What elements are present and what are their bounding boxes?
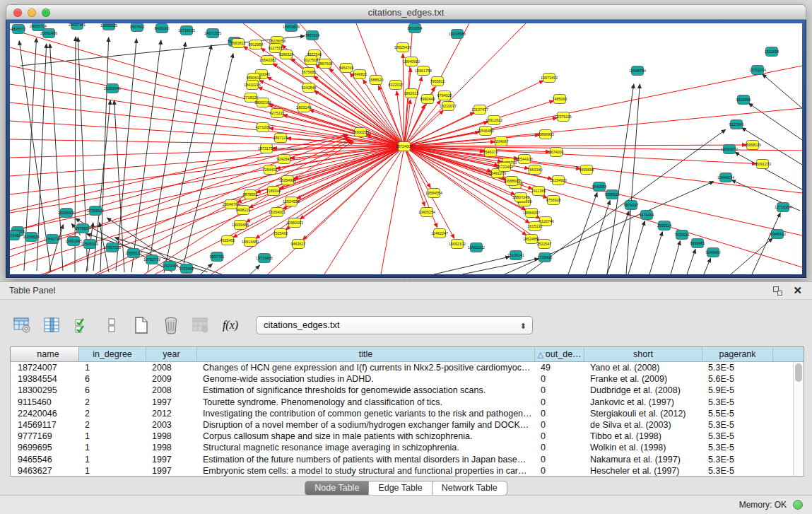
graph-node[interactable]: 16354999 (279, 176, 296, 185)
graph-node[interactable]: 9756928 (546, 196, 561, 205)
citation-edge-black[interactable] (586, 201, 610, 274)
graph-node[interactable]: 13716485 (256, 254, 273, 263)
hub-node[interactable]: 18724007 (396, 142, 413, 151)
tab-edge-table[interactable]: Edge Table (369, 481, 432, 496)
graph-node[interactable]: 2204067 (494, 137, 509, 146)
tab-node-table[interactable]: Node Table (305, 481, 369, 496)
citation-edge-red[interactable] (10, 84, 404, 146)
table-row[interactable]: 946362711997Embryonic stem cells: a mode… (11, 465, 804, 477)
graph-node[interactable]: 2935114 (657, 221, 672, 230)
graph-node[interactable]: 10655325 (100, 23, 117, 30)
graph-node[interactable]: 2803144 (297, 103, 312, 112)
graph-node[interactable]: 10958107 (125, 249, 142, 258)
graph-node[interactable]: 15720407 (496, 163, 513, 172)
graph-node[interactable]: 1805572 (11, 25, 26, 34)
graph-node[interactable]: 20206506 (58, 209, 75, 218)
column-header-in_degree[interactable]: in_degree (79, 347, 146, 361)
citation-edge-black[interactable] (78, 37, 88, 271)
citation-edge-red[interactable] (98, 146, 404, 274)
graph-node[interactable]: 8878552 (243, 190, 258, 199)
graph-node[interactable]: 6794028 (437, 91, 452, 100)
graph-node[interactable]: 12710354 (775, 203, 792, 212)
graph-node[interactable]: 1862615 (404, 89, 419, 98)
citation-edge-black[interactable] (462, 259, 539, 274)
citation-edge-red[interactable] (403, 54, 404, 146)
graph-node[interactable]: 21053346 (104, 84, 121, 93)
column-header-pagerank[interactable]: pagerank (702, 347, 773, 361)
graph-node[interactable]: 16092102 (449, 240, 466, 249)
graph-node[interactable]: 12444134 (717, 173, 734, 182)
graph-node[interactable]: 9474444 (640, 211, 654, 220)
graph-node[interactable]: 16053809 (283, 23, 300, 32)
graph-node[interactable]: 10107437 (471, 105, 488, 115)
graph-node[interactable]: 7189344 (266, 187, 281, 196)
table-row[interactable]: 969969511998Structural magnetic resonanc… (11, 442, 804, 453)
graph-node[interactable]: 10688609 (503, 177, 520, 186)
close-panel-icon[interactable]: ✕ (793, 284, 802, 297)
graph-node[interactable]: 9249450 (706, 248, 721, 257)
graph-node[interactable]: 9329966 (736, 95, 751, 105)
graph-node[interactable]: 8813054 (408, 24, 423, 33)
graph-node[interactable]: 6879197 (624, 201, 639, 210)
graph-node[interactable]: 3315481 (10, 231, 21, 240)
graph-node[interactable]: 2522547 (537, 240, 552, 249)
graph-node[interactable]: 1588520 (369, 76, 384, 85)
graph-node[interactable]: 10782739 (143, 255, 160, 264)
citation-edge-black[interactable] (687, 250, 695, 274)
scrollbar-thumb[interactable] (795, 363, 802, 382)
column-header-year[interactable]: year (146, 347, 197, 361)
citation-edge-black[interactable] (735, 152, 802, 189)
graph-node[interactable]: 14671355 (204, 29, 221, 38)
graph-node[interactable]: 11451945 (65, 237, 82, 246)
table-row[interactable]: 1456911722003Disruption of a novel membe… (11, 419, 804, 431)
graph-node[interactable]: 9242844 (302, 83, 317, 93)
float-panel-icon[interactable] (773, 286, 782, 296)
graph-node[interactable]: 7857224 (305, 31, 320, 40)
graph-node[interactable]: 16354001 (269, 208, 286, 217)
graph-node[interactable]: 9327508 (304, 56, 319, 65)
graph-node[interactable]: 9646821 (353, 70, 367, 79)
table-row[interactable]: 977716911998Corpus callosum shape and si… (11, 431, 804, 442)
table-row[interactable]: 2242004622012Investigating the contribut… (11, 408, 804, 419)
graph-node[interactable]: 9498222 (236, 206, 251, 215)
citation-edge-red[interactable] (404, 66, 802, 146)
graph-node[interactable]: 2867608 (318, 59, 333, 69)
graph-node[interactable]: 2867121 (273, 134, 288, 143)
citation-edge-black[interactable] (628, 221, 645, 274)
graph-node[interactable]: 10405254 (418, 208, 435, 217)
column-header-out_de[interactable]: △out_de… (535, 347, 584, 361)
graph-node[interactable]: 9674009 (549, 148, 564, 157)
graph-node[interactable]: 16543382 (259, 56, 276, 65)
graph-node[interactable]: 7663340 (528, 165, 543, 175)
graph-node[interactable]: 12524554 (283, 197, 300, 206)
graph-node[interactable]: 12093872 (721, 145, 738, 154)
citation-edge-black[interactable] (148, 42, 186, 272)
graph-node[interactable]: 15751074 (749, 66, 766, 75)
citation-edge-red[interactable] (10, 47, 404, 146)
graph-node[interactable]: 18807243 (512, 193, 529, 202)
graph-node[interactable]: 9227343 (729, 120, 744, 129)
citation-edge-red[interactable] (404, 145, 746, 146)
graph-node[interactable]: 8990448 (420, 95, 435, 104)
graph-node[interactable]: 17957225 (104, 243, 121, 252)
graph-node[interactable]: 7525402 (273, 229, 288, 238)
table-row[interactable]: 1938455462009Genome-wide association stu… (11, 373, 804, 385)
table-row[interactable]: 946554611997Estimation of the future num… (11, 454, 804, 465)
graph-node[interactable]: 18410216 (244, 81, 261, 90)
graph-node[interactable]: 8546373 (483, 148, 498, 157)
citation-edge-black[interactable] (704, 258, 711, 274)
citation-edge-red[interactable] (404, 146, 756, 164)
citation-edge-red[interactable] (10, 29, 404, 146)
graph-node[interactable]: 16210077 (440, 102, 457, 111)
graph-node[interactable]: 12942717 (44, 235, 61, 244)
graph-node[interactable]: 12975115 (555, 112, 572, 122)
graph-node[interactable]: 12923468 (161, 262, 178, 271)
graph-node[interactable]: 18325419 (394, 43, 411, 52)
graph-node[interactable]: 10896903 (537, 130, 554, 139)
graph-node[interactable]: 10973493 (541, 74, 558, 83)
graph-node[interactable]: 1511834 (765, 47, 779, 57)
citation-edge-black[interactable] (763, 74, 802, 108)
graph-node[interactable]: 8466160 (155, 24, 170, 33)
graph-node[interactable]: 19584067 (523, 209, 540, 218)
graph-node[interactable]: 15136141 (507, 251, 524, 260)
